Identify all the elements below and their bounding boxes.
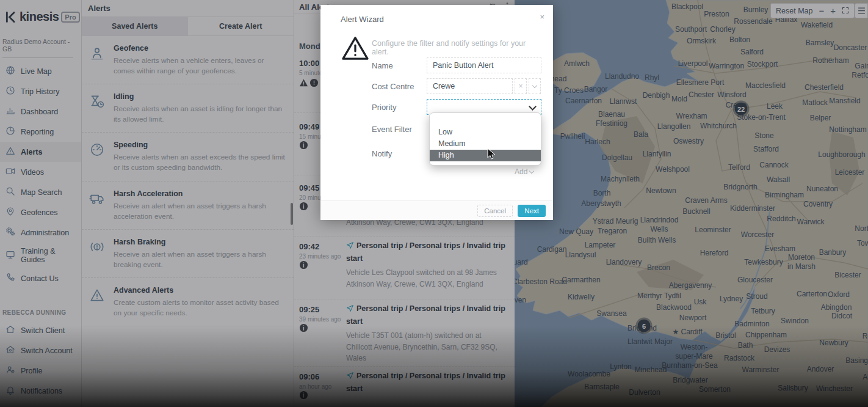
zoom-in-button[interactable]: + xyxy=(830,6,836,15)
priority-option-low[interactable]: Low xyxy=(430,127,541,138)
sidebar-item-geofences[interactable]: Geofences xyxy=(0,202,81,222)
map-place-label: Radstock xyxy=(724,354,754,363)
gears-icon xyxy=(5,227,15,238)
close-icon[interactable]: × xyxy=(540,12,544,21)
entry-ago: 39 minutes ago xyxy=(299,316,341,323)
sidebar-item-profile[interactable]: Profile xyxy=(0,361,81,381)
map-place-label: Builth Wells xyxy=(638,236,676,245)
sidebar-item-reporting[interactable]: Reporting xyxy=(0,122,81,142)
tab-create-alert[interactable]: Create Alert xyxy=(188,17,294,35)
sidebar-item-switch-account[interactable]: Switch Account xyxy=(0,340,81,361)
map-place-label: Bicester xyxy=(834,271,861,280)
sidebar-item-training-guides[interactable]: Training & Guides xyxy=(0,243,81,268)
alert-type-advanced[interactable]: Advanced Alerts Create custom alerts to … xyxy=(82,278,294,326)
map-place-label: Pwllheli xyxy=(560,132,585,141)
alert-type-title: Harsh Acceleration xyxy=(114,189,286,198)
map-menu-button[interactable] xyxy=(855,3,868,18)
priority-option-high[interactable]: High xyxy=(430,150,541,161)
add-button[interactable]: Add xyxy=(515,167,533,176)
alert-type-desc: Create custom alerts to monitor asset ac… xyxy=(114,298,286,318)
map-cluster-marker[interactable]: 6 xyxy=(636,318,653,334)
sidebar-item-alerts[interactable]: Alerts xyxy=(0,142,81,162)
map[interactable]: BlackpoolPrestonBurnleyRossendaleHalifax… xyxy=(515,0,868,407)
map-place-label: Clarbeston Road xyxy=(515,277,567,287)
map-place-label: Whitchurch xyxy=(700,122,737,131)
alert-type-title: Speeding xyxy=(114,141,286,149)
map-cluster-marker[interactable]: 22 xyxy=(733,101,750,117)
tab-saved-alerts[interactable]: Saved Alerts xyxy=(82,17,188,35)
sidebar-item-map-search[interactable]: Map Search xyxy=(0,182,81,202)
priority-option-blank[interactable] xyxy=(430,116,541,127)
user-gear-icon xyxy=(5,365,15,376)
cost-centre-caret-icon[interactable] xyxy=(529,78,541,94)
zoom-out-button[interactable]: − xyxy=(819,6,824,15)
sidebar-item-dashboard[interactable]: Dashboard xyxy=(0,101,81,122)
sidebar-item-notifications[interactable]: Notifications xyxy=(0,381,81,401)
sidebar-item-administration[interactable]: Administration xyxy=(0,222,81,243)
map-place-label: Newtown xyxy=(646,186,676,196)
next-button[interactable]: Next xyxy=(518,205,546,217)
alert-type-geofence[interactable]: Geofence Receive alerts when a vehicle e… xyxy=(82,36,294,84)
entry-title[interactable]: Personal trip / Personal trips / Invalid… xyxy=(346,370,506,395)
entry-time: 10:00 xyxy=(299,59,319,68)
map-place-label: Denbigh xyxy=(643,91,670,100)
alert-type-title: Harsh Braking xyxy=(114,238,286,246)
alert-type-harsh-braking[interactable]: Harsh Braking Receive an alert when an a… xyxy=(82,230,294,278)
alert-type-harsh-acceleration[interactable]: Harsh Acceleration Receive an alert when… xyxy=(82,182,294,230)
cancel-button[interactable]: Cancel xyxy=(477,205,513,217)
brake-warning-icon xyxy=(89,238,106,270)
cost-centre-clear-icon[interactable]: × xyxy=(515,78,527,94)
phone-icon xyxy=(5,273,15,284)
entry-time: 09:49 xyxy=(299,122,319,131)
sidebar-item-live-map[interactable]: Live Map xyxy=(0,61,81,81)
map-place-label: Ellesmere Port xyxy=(676,78,725,87)
reset-map-button[interactable]: Reset Map xyxy=(776,7,812,15)
map-place-label: Stafford xyxy=(753,145,779,154)
clock-icon xyxy=(5,86,15,97)
map-place-label: Basingstoke xyxy=(845,356,868,365)
name-input[interactable]: Panic Button Alert xyxy=(427,57,541,73)
account-selector[interactable]: Radius Demo Account - GB xyxy=(2,38,73,58)
entry-body: Vehicle T35T 001 (atom-h) switched on at… xyxy=(346,330,506,364)
sidebar-item-switch-client[interactable]: Switch Client xyxy=(0,320,81,340)
map-place-label: Nuneaton xyxy=(806,185,838,194)
map-place-label: Alton xyxy=(863,373,868,382)
sidebar-item-label: Switch Client xyxy=(21,326,65,335)
map-place-label: Llandudno xyxy=(605,72,639,81)
map-place-label: Bucknell xyxy=(682,207,710,216)
alert-type-idling[interactable]: Idling Receive alerts when an asset is i… xyxy=(82,84,294,133)
map-place-label: Matlock xyxy=(802,98,827,108)
sidebar-item-trip-history[interactable]: Trip History xyxy=(0,81,81,101)
entry-time: 09:06 xyxy=(299,372,319,381)
sidebar-item-label: Dashboard xyxy=(21,108,58,116)
map-place-label: Cardigan xyxy=(537,245,567,254)
cost-centre-label: Cost Centre xyxy=(372,82,414,91)
scrollbar-thumb[interactable] xyxy=(291,203,293,225)
map-place-label: Warminster xyxy=(742,365,779,375)
entry-body: Vehicle Les Claypool switched on at 98 J… xyxy=(346,267,506,290)
sidebar-item-videos[interactable]: Videos xyxy=(0,162,81,182)
priority-option-medium[interactable]: Medium xyxy=(430,138,541,150)
map-place-label: Llandysul xyxy=(565,251,596,260)
map-place-label: Woolacombe xyxy=(568,370,610,379)
advanced-warning-icon xyxy=(89,286,106,318)
map-place-label: Bala xyxy=(634,130,648,139)
sidebar-item-contact-us[interactable]: Contact Us xyxy=(0,268,81,288)
entry-title[interactable]: Personal trip / Personal trips / Invalid… xyxy=(346,303,506,328)
fullscreen-icon[interactable] xyxy=(842,6,849,15)
map-place-label: New Quay xyxy=(559,227,593,237)
map-place-label: Mansfield xyxy=(829,97,860,106)
map-place-label: Somerton xyxy=(699,385,731,394)
map-place-label: Swansea xyxy=(596,309,626,318)
map-place-label: Salford xyxy=(740,48,764,57)
wizard-warning-icon xyxy=(341,35,369,64)
alert-type-speeding[interactable]: Speeding Receive alerts when an asset ex… xyxy=(82,133,294,181)
map-place-label: ★ Cardiff xyxy=(672,328,702,337)
sidebar-item-label: Live Map xyxy=(21,67,52,76)
sidebar-item-label: Notifications xyxy=(21,387,62,395)
map-place-label: Bolton xyxy=(729,35,750,45)
cost-centre-select[interactable]: Crewe xyxy=(427,78,513,94)
entry-title[interactable]: Personal trip / Personal trips / Invalid… xyxy=(346,240,506,265)
map-place-label: Minehead xyxy=(635,365,667,375)
map-place-label: Warwick xyxy=(797,218,825,227)
